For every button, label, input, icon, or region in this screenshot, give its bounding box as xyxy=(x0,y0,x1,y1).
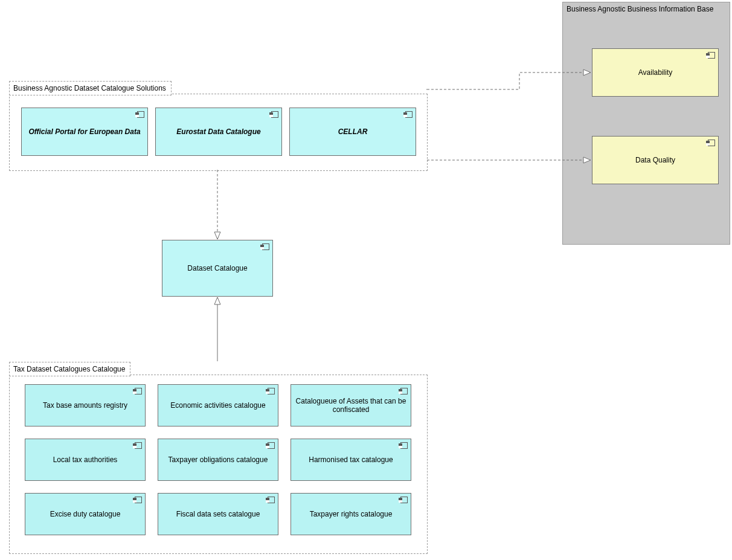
node-harmonised-tax[interactable]: Harmonised tax catalogue xyxy=(291,439,411,481)
component-icon xyxy=(706,140,714,146)
group-info-base: Business Agnostic Business Information B… xyxy=(562,2,730,245)
node-fiscal-data-sets-label: Fiscal data sets catalogue xyxy=(176,510,260,518)
component-icon xyxy=(266,497,274,503)
component-icon xyxy=(706,52,714,58)
component-icon xyxy=(133,497,141,503)
node-econ-activities-label: Economic activities catalogue xyxy=(170,401,265,410)
node-excise-duty[interactable]: Excise duty catalogue xyxy=(25,493,146,535)
node-excise-duty-label: Excise duty catalogue xyxy=(50,510,121,518)
group-tax-label: Tax Dataset Catalogues Catalogue xyxy=(9,362,130,376)
node-taxpayer-obligations[interactable]: Taxpayer obligations catalogue xyxy=(158,439,278,481)
node-taxpayer-rights-label: Taxpayer rights catalogue xyxy=(310,510,393,518)
component-icon xyxy=(269,111,278,117)
node-assets-confiscated-label: Catalogueue of Assets that can be confis… xyxy=(295,397,407,414)
node-cellar[interactable]: CELLAR xyxy=(289,108,416,156)
node-harmonised-tax-label: Harmonised tax catalogue xyxy=(309,455,393,464)
component-icon xyxy=(399,497,407,503)
group-info-base-label: Business Agnostic Business Information B… xyxy=(567,5,713,13)
component-icon xyxy=(135,111,144,117)
group-tax-label-text: Tax Dataset Catalogues Catalogue xyxy=(13,365,125,373)
node-official-portal-label: Official Portal for European Data xyxy=(28,127,140,136)
node-cellar-label: CELLAR xyxy=(338,127,368,136)
component-icon xyxy=(133,442,141,448)
component-icon xyxy=(133,388,141,394)
node-econ-activities[interactable]: Economic activities catalogue xyxy=(158,384,278,426)
node-official-portal[interactable]: Official Portal for European Data xyxy=(21,108,148,156)
node-taxpayer-rights[interactable]: Taxpayer rights catalogue xyxy=(291,493,411,535)
component-icon xyxy=(266,442,274,448)
node-tax-base-label: Tax base amounts registry xyxy=(43,401,127,410)
component-icon xyxy=(399,388,407,394)
node-dataset-catalogue-label: Dataset Catalogue xyxy=(187,264,247,272)
node-availability[interactable]: Availability xyxy=(592,48,719,97)
node-availability-label: Availability xyxy=(638,68,672,77)
node-taxpayer-obligations-label: Taxpayer obligations catalogue xyxy=(169,455,268,464)
component-icon xyxy=(260,243,269,249)
node-tax-base[interactable]: Tax base amounts registry xyxy=(25,384,146,426)
node-dataset-catalogue[interactable]: Dataset Catalogue xyxy=(162,240,273,297)
node-data-quality-label: Data Quality xyxy=(635,156,675,164)
node-data-quality[interactable]: Data Quality xyxy=(592,136,719,184)
node-fiscal-data-sets[interactable]: Fiscal data sets catalogue xyxy=(158,493,278,535)
node-eurostat-label: Eurostat Data Catalogue xyxy=(176,127,260,136)
group-solutions-label: Business Agnostic Dataset Catalogue Solu… xyxy=(9,81,172,95)
component-icon xyxy=(403,111,412,117)
node-local-tax[interactable]: Local tax authorities xyxy=(25,439,146,481)
group-info-base-label-text: Business Agnostic Business Information B… xyxy=(567,5,713,13)
component-icon xyxy=(399,442,407,448)
component-icon xyxy=(266,388,274,394)
node-assets-confiscated[interactable]: Catalogueue of Assets that can be confis… xyxy=(291,384,411,426)
node-local-tax-label: Local tax authorities xyxy=(53,455,118,464)
node-eurostat[interactable]: Eurostat Data Catalogue xyxy=(155,108,282,156)
group-solutions-label-text: Business Agnostic Dataset Catalogue Solu… xyxy=(13,84,166,92)
